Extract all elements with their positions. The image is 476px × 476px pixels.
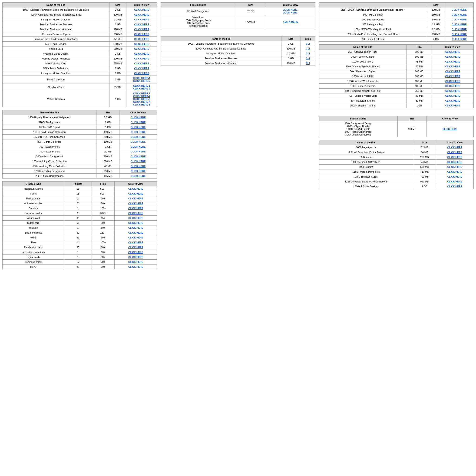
click-here-link[interactable]: CLICK HERE bbox=[131, 121, 146, 124]
click-here-link[interactable]: CLICK HERE bbox=[128, 236, 143, 239]
click-here-link[interactable]: CLICK HERE bbox=[445, 55, 460, 58]
click-here-link[interactable]: CLICK HERE bbox=[131, 136, 146, 138]
click-here-link[interactable]: CLICK HERE-1 bbox=[133, 84, 150, 87]
click-here-link[interactable]: CLICK HERE bbox=[128, 221, 143, 224]
click-here-link[interactable]: CLICK HERE bbox=[131, 131, 146, 133]
table-cell: 1 GB bbox=[109, 22, 126, 27]
click-here-link[interactable]: CLICK HERE bbox=[134, 23, 149, 26]
click-here-link[interactable]: CLICK HERE bbox=[131, 126, 146, 129]
click-here-link[interactable]: CLICK HERE bbox=[445, 94, 460, 97]
click-here-link[interactable]: CLICK HERE-2 bbox=[133, 95, 150, 98]
click-here-link[interactable]: CLICK HERE bbox=[445, 51, 460, 53]
click-here-link[interactable]: CLICK HERE bbox=[447, 156, 462, 158]
click-here-link[interactable]: CLICK HERE bbox=[445, 70, 460, 73]
click-here-link[interactable]: CLICK HERE bbox=[134, 57, 149, 60]
click-here-link[interactable]: CLICK HERE bbox=[447, 185, 462, 188]
click-here-link[interactable]: CLICK HERE bbox=[128, 212, 143, 215]
click-here-link[interactable]: CLICK HERE-4 bbox=[133, 101, 150, 103]
click-here-link[interactable]: CLICK HERE bbox=[445, 99, 460, 102]
click-here-link[interactable]: CLICK HERE bbox=[452, 38, 467, 40]
click-here-link[interactable]: CLICK HERE bbox=[452, 23, 467, 26]
click-here-link[interactable]: CLICK HERE bbox=[128, 202, 143, 205]
click-here-link[interactable]: CLICK HERE bbox=[134, 47, 149, 50]
table-cell: 100 MB bbox=[407, 79, 432, 84]
click-here-link[interactable]: CLICK HERE bbox=[134, 8, 149, 11]
table-row: 250+ Background Design 4000+ Clipart Bun… bbox=[319, 121, 474, 137]
click-here-link[interactable]: CLI bbox=[306, 47, 310, 50]
click-here-link[interactable]: CLICK HERE bbox=[445, 75, 460, 78]
table-row: 600+ PSD Banner260 MBCLICK HERE bbox=[319, 12, 474, 17]
click-here-link[interactable]: CLI bbox=[306, 57, 310, 60]
click-here-link[interactable]: CLICK HERE bbox=[134, 72, 149, 75]
click-here-link[interactable]: CLICK HERE bbox=[128, 231, 143, 234]
click-here-link[interactable]: CLICK HERE bbox=[447, 151, 462, 154]
click-here-link[interactable]: CLI bbox=[306, 52, 310, 55]
click-here-link[interactable]: CLICK HERE bbox=[445, 104, 460, 107]
click-here-link[interactable]: CLICK HERE bbox=[131, 140, 146, 143]
click-here-link[interactable]: CLICK HERE bbox=[445, 65, 460, 68]
click-here-link[interactable]: CLICK HERE bbox=[128, 265, 143, 268]
click-here-link[interactable]: CLICK HERE-1 bbox=[133, 92, 150, 95]
click-here-link[interactable]: CLICK HERE bbox=[128, 226, 143, 229]
table-cell: 100+ Offers & Symbols Shapes bbox=[319, 64, 407, 69]
click-here-link[interactable]: CLICK HERE bbox=[134, 62, 149, 65]
click-here-link[interactable]: CLICK HERE bbox=[128, 241, 143, 244]
click-here-link[interactable]: CLICK HERE bbox=[447, 170, 462, 173]
click-here-link[interactable]: CLICK HERE bbox=[134, 13, 149, 16]
click-here-link[interactable]: CLICK HERE bbox=[452, 8, 467, 11]
click-here-link[interactable]: CLICK HERE bbox=[452, 33, 467, 35]
click-here-link[interactable]: CLICK HERE bbox=[452, 13, 467, 16]
click-here-link[interactable]: CLICK HERE bbox=[128, 261, 143, 263]
click-here-link[interactable]: CLICK HERE bbox=[131, 170, 146, 172]
click-here-link[interactable]: CLICK HERE bbox=[128, 256, 143, 258]
click-here-link[interactable]: CLICK HERE bbox=[134, 67, 149, 70]
click-here-link[interactable]: CLICK HERE bbox=[134, 33, 149, 35]
click-here-link[interactable]: CLICK HERE bbox=[283, 20, 298, 23]
click-here-link[interactable]: CLICK HERE-1 bbox=[133, 77, 150, 80]
click-here-link[interactable]: CLICK HERE bbox=[134, 18, 149, 21]
click-here-link[interactable]: CLICK HERE bbox=[131, 145, 146, 148]
click-here-link[interactable]: CLICK HERE bbox=[447, 166, 462, 168]
click-here-link[interactable]: CLICK HERE bbox=[131, 160, 146, 163]
table-cell: 250+ Background Design 4000+ Clipart Bun… bbox=[319, 121, 398, 137]
click-here-link[interactable]: CLICK HERE bbox=[452, 28, 467, 31]
click-here-link[interactable]: CLICK HERE bbox=[128, 197, 143, 200]
click-here-link[interactable]: CLICK HERE- bbox=[283, 11, 298, 14]
click-here-link[interactable]: CLICK HERE bbox=[134, 43, 149, 45]
click-here-link[interactable]: CLICK HERE bbox=[445, 60, 460, 63]
click-here-link[interactable]: CLICK HERE bbox=[128, 251, 143, 254]
click-here-link[interactable]: CLICK HERE bbox=[131, 174, 146, 177]
click-here-link[interactable]: CLICK HERE bbox=[445, 89, 460, 92]
click-here-link[interactable]: CLICK HERE bbox=[445, 80, 460, 83]
click-here-link[interactable]: CLICK HERE bbox=[128, 207, 143, 210]
click-here-link[interactable]: CLICK HERE-3 bbox=[133, 98, 150, 101]
click-here-link[interactable]: CLICK HERE-5 bbox=[133, 103, 150, 106]
click-here-link[interactable]: CLICK HERE bbox=[447, 175, 462, 178]
click-here-link[interactable]: CLI bbox=[306, 42, 310, 45]
table-cell: Motion Graphics bbox=[2, 91, 109, 107]
click-here-link[interactable]: CLICK HERE bbox=[131, 155, 146, 158]
click-here-link[interactable]: CLICK HERE bbox=[447, 146, 462, 149]
table-cell: 13 bbox=[64, 191, 92, 196]
click-here-link[interactable]: CLICK HERE bbox=[131, 165, 146, 168]
click-here-link[interactable]: CLICK HERE bbox=[128, 246, 143, 249]
table-cell: 500+ bbox=[92, 187, 114, 191]
click-here-link[interactable]: CLI bbox=[306, 62, 310, 65]
click-here-link[interactable]: CLICK HERE bbox=[134, 52, 149, 55]
table-cell: 74 MB bbox=[413, 160, 436, 165]
click-here-link[interactable]: CLICK HERE bbox=[128, 217, 143, 220]
click-here-link[interactable]: CLICK HERE-2 bbox=[133, 80, 150, 82]
click-here-link[interactable]: CLICK HERE- bbox=[283, 8, 298, 11]
click-here-link[interactable]: CLICK HERE bbox=[128, 187, 143, 190]
click-here-link[interactable]: CLICK HERE bbox=[442, 128, 458, 130]
click-here-link[interactable]: CLICK HERE bbox=[134, 38, 149, 40]
click-here-link[interactable]: CLICK HERE-2 bbox=[133, 87, 150, 90]
click-here-link[interactable]: CLICK HERE bbox=[452, 18, 467, 21]
click-here-link[interactable]: CLICK HERE bbox=[131, 150, 146, 153]
click-here-link[interactable]: CLICK HERE bbox=[128, 192, 143, 195]
click-here-link[interactable]: CLICK HERE bbox=[134, 28, 149, 31]
click-here-link[interactable]: CLICK HERE bbox=[131, 116, 146, 119]
click-here-link[interactable]: CLICK HERE bbox=[447, 161, 462, 163]
click-here-link[interactable]: CLICK HERE bbox=[447, 180, 462, 183]
click-here-link[interactable]: CLICK HERE bbox=[445, 85, 460, 87]
